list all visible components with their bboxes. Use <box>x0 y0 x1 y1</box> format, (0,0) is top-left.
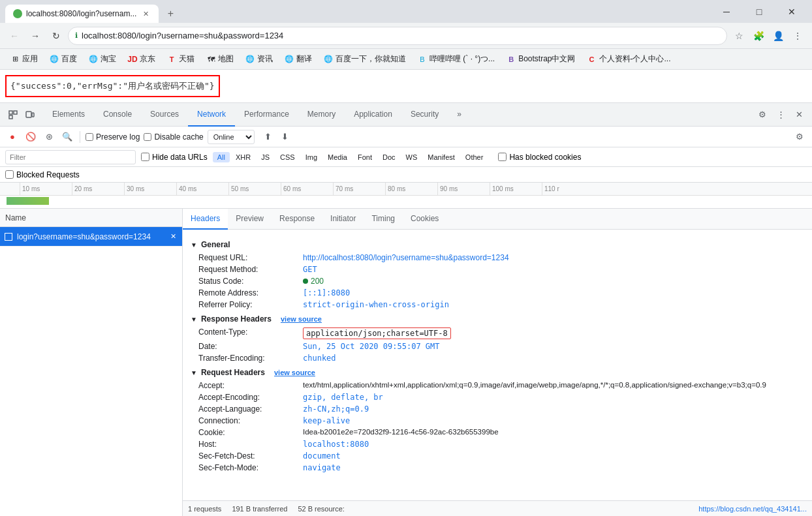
cdn-link[interactable]: https://blog.csdn.net/qq_434141... <box>698 505 807 513</box>
disable-cache-label[interactable]: Disable cache <box>144 132 203 142</box>
filter-font[interactable]: Font <box>353 152 377 162</box>
news-icon: 🌐 <box>245 55 255 64</box>
request-list-header: Name <box>0 209 182 227</box>
bookmark-button[interactable]: ☆ <box>730 27 748 45</box>
minimize-button[interactable]: ─ <box>711 2 742 22</box>
accept-value: text/html,application/xhtml+xml,applicat… <box>303 381 766 390</box>
translate-icon: 🌐 <box>285 55 294 64</box>
tab-memory[interactable]: Memory <box>298 103 345 127</box>
filter-css[interactable]: CSS <box>275 152 300 162</box>
filter-other[interactable]: Other <box>461 152 488 162</box>
tick-100ms: 100 ms <box>490 183 514 195</box>
inspect-element-button[interactable] <box>5 107 21 123</box>
detail-tab-response[interactable]: Response <box>272 209 322 230</box>
bookmark-personal[interactable]: C 个人资料-个人中心... <box>582 52 676 67</box>
blocked-requests-checkbox[interactable] <box>5 170 14 179</box>
tab-security[interactable]: Security <box>401 103 448 127</box>
tab-performance[interactable]: Performance <box>235 103 298 127</box>
bookmark-baidu[interactable]: 🌐 百度 <box>44 52 82 67</box>
has-blocked-cookies-label[interactable]: Has blocked cookies <box>498 153 581 162</box>
detail-tab-preview[interactable]: Preview <box>228 209 272 230</box>
detail-tab-timing[interactable]: Timing <box>364 209 403 230</box>
filter-input[interactable] <box>5 150 136 164</box>
address-bar[interactable]: ℹ localhost:8080/login?username=shu&pass… <box>68 27 727 45</box>
clear-button[interactable]: 🚫 <box>23 130 38 144</box>
cookie-row: Cookie: Idea-b2001e2e=720d32f9-1216-4c56… <box>191 428 804 437</box>
new-tab-button[interactable]: + <box>161 5 180 23</box>
back-button[interactable]: ← <box>5 27 23 45</box>
filter-all[interactable]: All <box>213 152 230 162</box>
filter-ws[interactable]: WS <box>401 152 422 162</box>
close-detail-button[interactable]: ✕ <box>168 232 178 242</box>
profile-button[interactable]: 👤 <box>769 27 787 45</box>
bookmark-tianmao[interactable]: T 天猫 <box>162 52 200 67</box>
hide-data-urls-label[interactable]: Hide data URLs <box>141 153 208 162</box>
filter-xhr[interactable]: XHR <box>231 152 255 162</box>
bookmarks-bar: ⊞ 应用 🌐 百度 🌐 淘宝 JD 京东 T 天猫 🗺 地图 🌐 资讯 🌐 <box>0 49 812 70</box>
bookmark-bootstrap[interactable]: B Bootstrap中文网 <box>501 52 580 67</box>
bookmark-translate[interactable]: 🌐 翻译 <box>279 52 317 67</box>
apps-icon: ⊞ <box>10 55 20 64</box>
extension-button[interactable]: 🧩 <box>749 27 768 45</box>
timeline-area: 10 ms 20 ms 30 ms 40 ms 50 ms 60 ms 70 m… <box>0 183 812 209</box>
tab-close-button[interactable]: ✕ <box>140 8 151 19</box>
tab-network[interactable]: Network <box>188 103 235 127</box>
menu-button[interactable]: ⋮ <box>789 27 807 45</box>
request-item-login[interactable]: login?username=shu&password=1234 ✕ <box>0 227 182 247</box>
bookmark-jd[interactable]: JD 京东 <box>123 52 161 67</box>
record-button[interactable]: ● <box>5 130 20 144</box>
detail-tab-initiator[interactable]: Initiator <box>322 209 364 230</box>
search-button[interactable]: 🔍 <box>60 130 74 144</box>
bookmark-taobao[interactable]: 🌐 淘宝 <box>84 52 121 67</box>
settings-button[interactable]: ⚙ <box>755 107 770 123</box>
sec-fetch-dest-key: Sec-Fetch-Dest: <box>198 451 303 461</box>
filter-img[interactable]: Img <box>301 152 322 162</box>
filter-media[interactable]: Media <box>323 152 352 162</box>
disable-cache-checkbox[interactable] <box>144 133 151 141</box>
tab-sources[interactable]: Sources <box>141 103 188 127</box>
accept-encoding-key: Accept-Encoding: <box>198 393 303 402</box>
preserve-log-checkbox[interactable] <box>86 133 93 141</box>
detail-tab-cookies[interactable]: Cookies <box>403 209 446 230</box>
tab-more[interactable]: » <box>448 103 471 127</box>
bookmark-news[interactable]: 🌐 资讯 <box>240 52 278 67</box>
filter-doc[interactable]: Doc <box>378 152 400 162</box>
blocked-requests-label[interactable]: Blocked Requests <box>5 170 80 179</box>
network-settings-button[interactable]: ⚙ <box>792 130 807 144</box>
view-source-2-link[interactable]: view source <box>274 369 315 376</box>
more-button[interactable]: ⋮ <box>773 107 789 123</box>
connection-value: keep-alive <box>303 416 350 425</box>
detail-tab-headers[interactable]: Headers <box>183 209 228 230</box>
bookmark-baiduyixia[interactable]: 🌐 百度一下，你就知道 <box>319 52 411 67</box>
filter-button[interactable]: ⊛ <box>42 130 56 144</box>
request-name: login?username=shu&password=1234 <box>17 232 151 241</box>
blocked-requests-text: Blocked Requests <box>16 170 80 179</box>
close-button[interactable]: ✕ <box>777 2 807 22</box>
download-button[interactable]: ⬇ <box>278 130 292 144</box>
tab-elements[interactable]: Elements <box>43 103 94 127</box>
upload-button[interactable]: ⬆ <box>261 130 275 144</box>
responsive-button[interactable] <box>22 107 38 123</box>
forward-button[interactable]: → <box>26 27 44 45</box>
filter-js[interactable]: JS <box>257 152 274 162</box>
tab-application[interactable]: Application <box>345 103 401 127</box>
tick-40ms: 40 ms <box>176 183 196 195</box>
window-controls: ─ □ ✕ <box>711 2 807 22</box>
tab-favicon <box>13 9 22 18</box>
maximize-button[interactable]: □ <box>744 2 774 22</box>
preserve-log-label[interactable]: Preserve log <box>86 132 140 142</box>
bookmark-bilibili[interactable]: B 哔哩哔哩 (` · °)つ... <box>413 52 500 67</box>
active-tab[interactable]: localhost:8080/login?usernam... ✕ <box>5 5 159 23</box>
bookmark-apps[interactable]: ⊞ 应用 <box>5 52 43 67</box>
has-blocked-cookies-checkbox[interactable] <box>498 153 507 161</box>
filter-manifest[interactable]: Manifest <box>423 152 460 162</box>
transfer-encoding-key: Transfer-Encoding: <box>198 354 303 363</box>
close-devtools-button[interactable]: ✕ <box>791 107 807 123</box>
reload-button[interactable]: ↻ <box>47 27 65 45</box>
tab-console[interactable]: Console <box>94 103 141 127</box>
hide-data-urls-checkbox[interactable] <box>141 153 149 161</box>
view-source-1-link[interactable]: view source <box>281 315 322 323</box>
bookmark-map[interactable]: 🗺 地图 <box>201 52 239 67</box>
content-type-value: application/json;charset=UTF-8 <box>303 327 451 339</box>
throttling-select[interactable]: Online Fast 3G Slow 3G Offline <box>208 130 255 144</box>
